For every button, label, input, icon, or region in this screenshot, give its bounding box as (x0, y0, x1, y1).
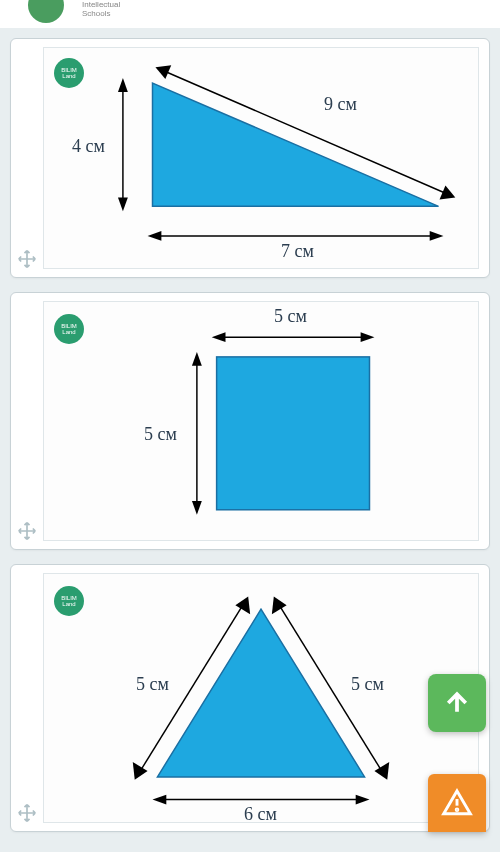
svg-marker-6 (430, 231, 444, 241)
badge-label: BILIM Land (54, 595, 84, 607)
svg-rect-10 (217, 357, 370, 510)
svg-marker-8 (155, 65, 171, 79)
label-left: 4 см (72, 136, 105, 157)
svg-marker-15 (192, 352, 202, 366)
svg-right-triangle (44, 48, 478, 268)
bilim-badge: BILIM Land (54, 58, 84, 88)
warning-icon (441, 787, 473, 819)
arrow-up-icon (442, 688, 472, 718)
svg-marker-0 (153, 83, 439, 206)
svg-marker-9 (440, 186, 456, 200)
bilim-badge: BILIM Land (54, 314, 84, 344)
card-triangle-iso[interactable]: BILIM Land 5 см 5 см 6 см (10, 564, 490, 832)
svg-marker-5 (148, 231, 162, 241)
diagram-right-triangle: BILIM Land 4 см 9 см 7 см (43, 47, 479, 269)
label-left: 5 см (136, 674, 169, 695)
svg-marker-20 (133, 762, 148, 780)
label-base: 6 см (244, 804, 277, 825)
brand-logo (28, 0, 64, 23)
svg-marker-3 (118, 197, 128, 211)
move-icon[interactable] (17, 803, 37, 823)
svg-iso-triangle (44, 574, 478, 822)
card-list: BILIM Land 4 см 9 см 7 см (0, 28, 500, 832)
scroll-top-button[interactable] (428, 674, 486, 732)
svg-point-28 (456, 809, 458, 811)
badge-label: BILIM Land (54, 67, 84, 79)
brand-text: Intellectual Schools (82, 1, 120, 19)
label-hyp: 9 см (324, 94, 357, 115)
svg-marker-25 (153, 795, 167, 805)
alert-button[interactable] (428, 774, 486, 832)
svg-marker-19 (235, 596, 250, 614)
brand-line1: Intellectual (82, 0, 120, 9)
move-icon[interactable] (17, 249, 37, 269)
svg-marker-26 (356, 795, 370, 805)
diagram-square: BILIM Land 5 см 5 см (43, 301, 479, 541)
bilim-badge: BILIM Land (54, 586, 84, 616)
svg-marker-12 (212, 332, 226, 342)
svg-marker-23 (374, 762, 389, 780)
app-header: Intellectual Schools (0, 0, 500, 28)
brand-line2: Schools (82, 9, 110, 18)
svg-marker-2 (118, 78, 128, 92)
move-icon[interactable] (17, 521, 37, 541)
label-base: 7 см (281, 241, 314, 262)
badge-label: BILIM Land (54, 323, 84, 335)
diagram-iso-triangle: BILIM Land 5 см 5 см 6 см (43, 573, 479, 823)
label-right: 5 см (351, 674, 384, 695)
svg-square (44, 302, 478, 540)
svg-marker-22 (272, 596, 287, 614)
svg-marker-16 (192, 501, 202, 515)
card-square[interactable]: BILIM Land 5 см 5 см (10, 292, 490, 550)
card-triangle-right[interactable]: BILIM Land 4 см 9 см 7 см (10, 38, 490, 278)
label-top: 5 см (274, 306, 307, 327)
label-left: 5 см (144, 424, 177, 445)
svg-marker-13 (361, 332, 375, 342)
